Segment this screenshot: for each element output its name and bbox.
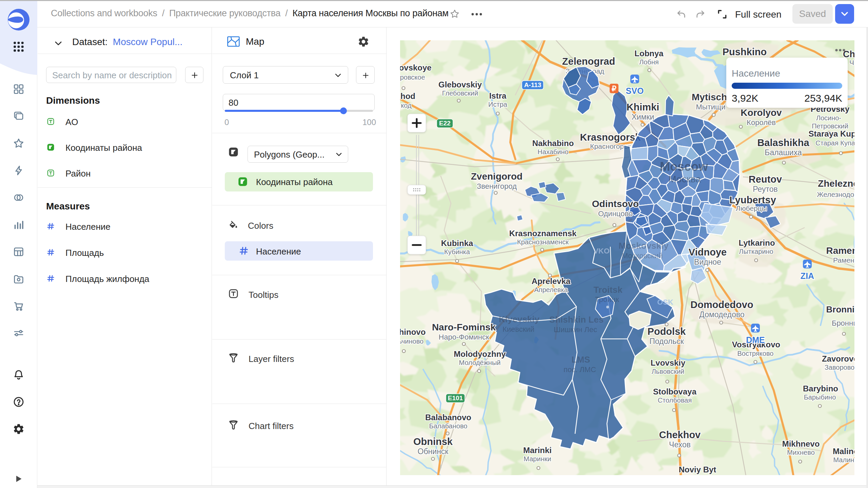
svg-text:Lvovskiy: Lvovskiy [651,358,686,367]
svg-text:Krasnoznamensk: Krasnoznamensk [509,229,577,238]
svg-text:E22: E22 [439,120,451,127]
svg-text:Истра: Истра [488,101,508,108]
svg-text:LMS: LMS [572,354,590,365]
svg-text:ZIA: ZIA [801,271,814,281]
svg-text:Домодедово: Домодедово [699,310,744,319]
svg-text:Население: Население [732,68,780,79]
svg-text:Molodyozhny: Molodyozhny [454,349,506,359]
svg-text:Kubinka: Kubinka [441,239,473,248]
svg-text:Королёв: Королёв [747,118,776,127]
svg-text:Lytkarino: Lytkarino [738,238,775,247]
svg-text:rovskoye: rovskoye [400,63,432,72]
svg-text:Ramenskoy: Ramenskoy [826,245,854,256]
svg-text:Aprelevka: Aprelevka [532,277,571,286]
svg-text:Малино: Малино [833,456,854,464]
svg-text:Moskovskiy: Moskovskiy [618,241,669,251]
svg-text:Химки: Химки [632,113,654,121]
svg-text:Moscow: Moscow [660,160,708,174]
svg-text:Железнодорожный: Железнодорожный [817,190,854,198]
svg-text:Лобня: Лобня [639,58,659,66]
svg-text:Заворово: Заворово [825,364,854,371]
svg-text:Troitsk: Troitsk [593,285,623,295]
svg-text:Odintsovo: Odintsovo [592,199,639,209]
svg-text:Mikhnevo: Mikhnevo [782,439,820,448]
svg-text:E101: E101 [448,394,463,402]
svg-text:Podolsk: Podolsk [648,326,686,337]
svg-text:Zelenograd: Zelenograd [562,56,615,67]
svg-text:Апрелевка: Апрелевка [534,286,568,293]
svg-text:Balashikha: Balashikha [757,137,809,148]
svg-text:Mytischi: Mytischi [692,92,730,102]
svg-text:Киевский: Киевский [502,325,534,333]
svg-text:Kiyevskiy: Kiyevskiy [499,314,540,324]
svg-text:Лыткарино: Лыткарино [739,248,773,255]
svg-text:Мытищи: Мытищи [696,103,726,111]
svg-text:Nakhabino: Nakhabino [532,139,574,148]
svg-text:Столбовая: Столбовая [658,396,692,404]
svg-text:Кубинка: Кубинка [444,248,470,256]
svg-text:Zvenigorod: Zvenigorod [471,171,522,182]
svg-text:Лосино-: Лосино- [816,114,841,122]
svg-text:3,92K: 3,92K [732,93,758,104]
svg-text:Korolyov: Korolyov [741,107,782,118]
svg-text:Звенигород: Звенигород [477,182,517,190]
svg-text:Khimki: Khimki [627,102,659,113]
svg-text:Domodedovo: Domodedovo [690,299,753,310]
svg-text:Zavorovo: Zavorovo [822,354,854,363]
svg-text:Балабаново: Балабаново [429,422,468,430]
svg-text:OSK: OSK [657,298,673,306]
svg-text:Reutov: Reutov [749,174,782,185]
svg-text:Noviy Byt: Noviy Byt [679,465,716,474]
svg-text:ьчиново: ьчиново [400,338,423,345]
svg-text:Obninsk: Obninsk [413,436,453,447]
svg-text:Барыбино: Барыбино [804,393,836,401]
svg-text:Нахабино: Нахабино [537,148,568,156]
svg-text:VKO: VKO [593,247,610,255]
svg-text:Старая Купавна: Старая Купавна [815,139,854,147]
svg-text:Pushkino: Pushkino [723,46,767,57]
svg-text:DME: DME [746,335,765,345]
svg-text:Stolbovaya: Stolbovaya [653,387,697,396]
svg-text:Чехов: Чехов [669,440,691,449]
svg-text:Shishkin Les: Shishkin Les [549,314,604,325]
svg-text:hod: hod [400,92,415,101]
svg-text:₽: ₽ [612,84,616,93]
svg-text:Balabanovo: Balabanovo [425,413,471,422]
svg-text:Обнинск: Обнинск [418,447,449,456]
svg-text:Балашиха: Балашиха [765,148,802,157]
svg-text:Маринки: Маринки [524,455,551,463]
svg-text:тровское: тровское [400,74,425,81]
svg-text:Barybino: Barybino [803,384,838,393]
svg-text:Наро-Фоминск: Наро-Фоминск [438,333,489,341]
svg-text:Lobnya: Lobnya [634,49,664,58]
svg-text:Троицк: Троицк [595,295,619,304]
svg-text:Подольск: Подольск [649,337,684,346]
svg-text:Бронниц: Бронниц [832,319,854,327]
svg-text:код: код [401,102,412,109]
svg-text:Marinki: Marinki [523,446,552,455]
svg-text:Lyubertsy: Lyubertsy [729,195,776,205]
svg-text:пос. ЛМС: пос. ЛМС [564,365,596,374]
svg-text:Staraya Kupavna: Staraya Kupavna [809,129,854,138]
svg-text:Istra: Istra [489,91,507,100]
svg-text:Видное: Видное [694,258,721,266]
svg-text:Malino: Malino [833,447,854,456]
svg-text:Glebovskiy: Glebovskiy [438,80,482,89]
svg-text:Zheleznodorozhn: Zheleznodorozhn [818,178,854,189]
svg-text:hinovo: hinovo [400,327,426,337]
svg-text:Krasnogorsk: Krasnogorsk [580,132,641,143]
svg-text:Петровский: Петровский [812,122,848,130]
svg-text:Михнево: Михнево [787,449,815,456]
svg-text:Раменское: Раменское [833,256,854,264]
svg-text:Москва: Москва [668,174,701,184]
svg-text:Молодёжный: Молодёжный [459,359,501,366]
svg-text:253,94K: 253,94K [804,93,842,104]
svg-text:Краснознаменск: Краснознаменск [517,238,569,246]
svg-text:Реутов: Реутов [753,185,778,194]
svg-text:Bronnits: Bronnits [826,304,854,314]
svg-text:Люберцы: Люберцы [736,204,767,212]
svg-text:Шишкин Лес: Шишкин Лес [554,325,597,334]
svg-text:Chekhov: Chekhov [659,429,701,440]
svg-text:Naro-Fominsk: Naro-Fominsk [432,322,496,332]
svg-text:Львовский: Львовский [652,368,685,375]
